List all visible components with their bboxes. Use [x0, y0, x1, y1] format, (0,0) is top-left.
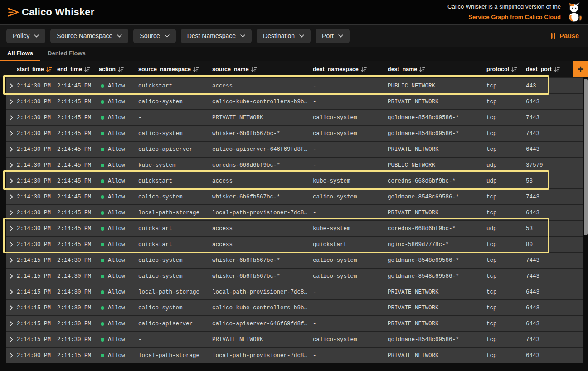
filter-destination[interactable]: Destination: [257, 29, 311, 43]
cell-dest-namespace: quickstart: [313, 241, 388, 248]
table-row[interactable]: 2:14:15 PM 2:14:30 PM Allow local-path-s…: [6, 284, 583, 299]
cell-protocol: tcp: [486, 273, 526, 279]
add-filter-button[interactable]: +: [573, 61, 588, 77]
expand-chevron-icon[interactable]: [6, 99, 17, 104]
cell-start-time: 2:14:30 PM: [17, 115, 57, 121]
cell-source-namespace: -: [138, 337, 212, 343]
cell-dest-name: goldmane-8548c69586-*: [388, 273, 486, 279]
column-header-dest-namespace[interactable]: dest_namespace: [313, 66, 388, 72]
allow-status-dot: [101, 354, 104, 357]
cell-source-name: access: [212, 226, 313, 232]
cell-dest-port: 7443: [526, 273, 583, 279]
expand-chevron-icon[interactable]: [6, 337, 17, 342]
cell-dest-name: PRIVATE NETWORK: [388, 289, 486, 295]
cell-dest-namespace: -: [313, 83, 388, 89]
expand-chevron-icon[interactable]: [6, 226, 17, 231]
column-header-dest-name[interactable]: dest_name: [388, 66, 486, 72]
cell-dest-namespace: -: [313, 146, 388, 153]
column-header-start-time[interactable]: start_time: [17, 66, 57, 72]
allow-status-dot: [101, 132, 104, 135]
cell-dest-namespace: -: [313, 321, 388, 327]
cell-dest-port: 7443: [526, 130, 583, 137]
table-row[interactable]: 2:14:15 PM 2:14:30 PM Allow calico-syste…: [6, 268, 583, 284]
tab-all-flows[interactable]: All Flows: [0, 47, 40, 61]
chevron-down-icon: [338, 34, 343, 38]
table-row[interactable]: 2:14:30 PM 2:14:45 PM Allow calico-apise…: [6, 141, 583, 157]
cell-action: Allow: [99, 257, 138, 264]
cell-source-namespace: quickstart: [138, 83, 212, 89]
tab-denied-flows[interactable]: Denied Flows: [40, 47, 93, 61]
cell-dest-name: goldmane-8548c69586-*: [388, 194, 486, 200]
expand-chevron-icon[interactable]: [6, 242, 17, 247]
vertical-scrollbar[interactable]: [584, 79, 588, 235]
chevron-down-icon: [165, 34, 170, 38]
column-header-source-namespace[interactable]: source_namespace: [138, 66, 212, 72]
table-row[interactable]: 2:14:15 PM 2:14:30 PM Allow calico-apise…: [6, 315, 583, 331]
filter-label: Port: [322, 32, 334, 39]
table-row[interactable]: 2:14:30 PM 2:14:45 PM Allow local-path-s…: [6, 204, 583, 220]
filter-dest-namespace[interactable]: Dest Namespace: [181, 29, 252, 43]
allow-status-dot: [101, 306, 104, 310]
cell-protocol: udp: [486, 226, 526, 232]
cell-end-time: 2:14:45 PM: [57, 83, 99, 89]
cell-protocol: tcp: [486, 210, 526, 216]
pause-button[interactable]: Pause: [550, 32, 579, 39]
expand-chevron-icon[interactable]: [6, 147, 17, 152]
cell-source-namespace: quickstart: [138, 226, 212, 232]
table-row[interactable]: 2:14:30 PM 2:14:45 PM Allow kube-system …: [6, 157, 583, 173]
filter-policy[interactable]: Policy: [6, 29, 45, 43]
service-graph-link[interactable]: Service Graph from Calico Cloud: [468, 14, 561, 20]
table-row[interactable]: 2:14:00 PM 2:14:15 PM Allow local-path-s…: [6, 347, 583, 363]
table-row[interactable]: 2:14:30 PM 2:14:45 PM Allow calico-syste…: [6, 93, 583, 109]
filter-bar: PolicySource NamespaceSourceDest Namespa…: [0, 25, 588, 47]
cell-dest-name: PRIVATE NETWORK: [388, 352, 486, 359]
expand-chevron-icon[interactable]: [6, 131, 17, 136]
cell-action: Allow: [99, 241, 138, 248]
expand-chevron-icon[interactable]: [6, 115, 17, 120]
chevron-down-icon: [117, 34, 122, 38]
filter-port[interactable]: Port: [316, 29, 350, 43]
table-row[interactable]: 2:14:30 PM 2:14:45 PM Allow quickstart a…: [6, 236, 583, 252]
expand-chevron-icon[interactable]: [6, 210, 17, 215]
table-row[interactable]: 2:14:30 PM 2:14:45 PM Allow - PRIVATE NE…: [6, 109, 583, 125]
table-row[interactable]: 2:14:30 PM 2:14:45 PM Allow quickstart a…: [6, 77, 583, 93]
column-header-action[interactable]: action: [99, 66, 138, 72]
cell-source-name: PRIVATE NETWORK: [212, 115, 313, 121]
table-row[interactable]: 2:14:15 PM 2:14:30 PM Allow calico-syste…: [6, 299, 583, 315]
cell-end-time: 2:14:30 PM: [57, 257, 99, 264]
table-row[interactable]: 2:14:30 PM 2:14:45 PM Allow quickstart a…: [6, 220, 583, 236]
table-row[interactable]: 2:14:30 PM 2:14:45 PM Allow quickstart a…: [6, 173, 583, 188]
column-header-protocol[interactable]: protocol: [486, 66, 526, 72]
table-row[interactable]: 2:14:30 PM 2:14:45 PM Allow calico-syste…: [6, 188, 583, 204]
cell-source-namespace: local-path-storage: [138, 210, 212, 216]
cell-source-namespace: -: [138, 115, 212, 121]
allow-status-dot: [101, 290, 104, 294]
filter-source-namespace[interactable]: Source Namespace: [50, 29, 128, 43]
expand-chevron-icon[interactable]: [6, 194, 17, 199]
allow-status-dot: [101, 322, 104, 326]
expand-chevron-icon[interactable]: [6, 178, 17, 183]
expand-chevron-icon[interactable]: [6, 274, 17, 279]
expand-chevron-icon[interactable]: [6, 258, 17, 263]
expand-chevron-icon[interactable]: [6, 321, 17, 326]
filter-source[interactable]: Source: [133, 29, 175, 43]
expand-chevron-icon[interactable]: [6, 289, 17, 294]
allow-status-dot: [101, 259, 104, 262]
expand-chevron-icon[interactable]: [6, 83, 17, 88]
cell-action: Allow: [99, 194, 138, 200]
expand-chevron-icon[interactable]: [6, 305, 17, 310]
cell-action: Allow: [99, 130, 138, 137]
table-row[interactable]: 2:14:30 PM 2:14:45 PM Allow calico-syste…: [6, 125, 583, 141]
column-header-source-name[interactable]: source_name: [212, 66, 313, 72]
expand-chevron-icon[interactable]: [6, 163, 17, 168]
expand-chevron-icon[interactable]: [6, 353, 17, 358]
table-row[interactable]: 2:14:15 PM 2:14:30 PM Allow - PRIVATE NE…: [6, 331, 583, 347]
allow-status-dot: [101, 227, 104, 231]
allow-status-dot: [101, 195, 104, 199]
cell-start-time: 2:14:15 PM: [17, 337, 57, 343]
column-header-end-time[interactable]: end_time: [57, 66, 99, 72]
column-label: action: [99, 66, 116, 72]
cell-protocol: tcp: [486, 257, 526, 264]
chevron-down-icon: [299, 34, 304, 38]
table-row[interactable]: 2:14:15 PM 2:14:30 PM Allow calico-syste…: [6, 252, 583, 268]
